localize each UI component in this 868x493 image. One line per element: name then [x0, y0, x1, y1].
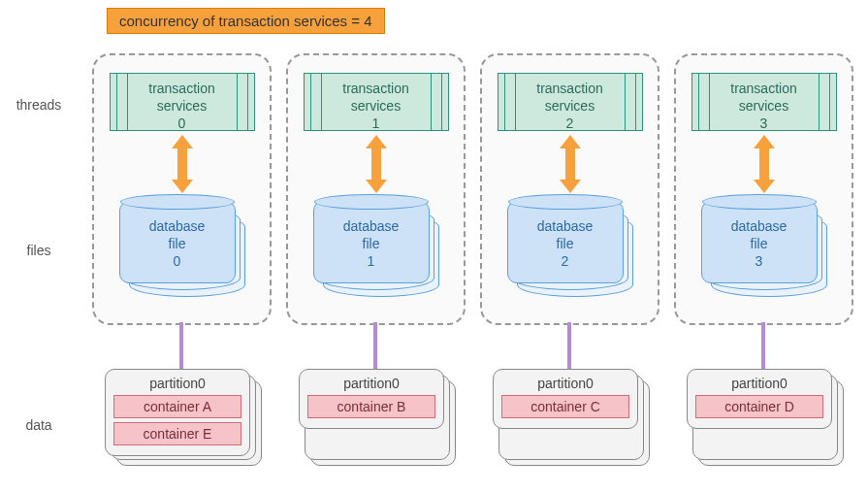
service-name: transaction services: [305, 80, 448, 115]
link-line-0: [179, 322, 183, 371]
service-name: transaction services: [498, 80, 642, 115]
bidirectional-arrow-icon: [368, 135, 385, 193]
link-line-3: [761, 322, 765, 371]
service-id: 3: [692, 115, 836, 132]
bidirectional-arrow-icon: [174, 135, 191, 193]
bidirectional-arrow-icon: [755, 135, 773, 193]
db-name: database file: [508, 217, 623, 252]
partition-0: partition0 container A container E: [105, 369, 260, 476]
db-name: database file: [702, 217, 817, 252]
db-name: database file: [314, 217, 429, 252]
container-box: container D: [695, 395, 823, 418]
group-1: transaction services 1 database file1: [286, 53, 466, 325]
container-box: container A: [113, 395, 241, 418]
transaction-service-1: transaction services 1: [304, 73, 449, 131]
diagram-canvas: threads files data concurrency of transa…: [0, 0, 868, 493]
partition-title: partition0: [501, 376, 629, 391]
row-label-data: data: [0, 417, 78, 433]
container-box: container E: [113, 422, 241, 445]
link-line-1: [373, 322, 377, 371]
container-box: container B: [307, 395, 435, 418]
link-line-2: [567, 322, 571, 371]
database-file-1: database file1: [313, 201, 439, 298]
db-id: 2: [508, 252, 623, 270]
partition-2: partition0 container C: [493, 369, 648, 476]
service-name: transaction services: [692, 80, 836, 115]
database-file-3: database file3: [701, 201, 827, 298]
group-3: transaction services 3 database file3: [674, 53, 853, 325]
partition-title: partition0: [695, 376, 823, 391]
service-id: 0: [111, 115, 254, 132]
db-name: database file: [120, 217, 235, 252]
concurrency-badge: concurrency of transaction services = 4: [107, 8, 385, 34]
group-2: transaction services 2 database file2: [480, 53, 659, 325]
transaction-service-0: transaction services 0: [110, 73, 255, 131]
partition-1: partition0 container B: [299, 369, 454, 476]
transaction-service-2: transaction services 2: [498, 73, 643, 131]
service-id: 2: [498, 115, 642, 132]
transaction-service-3: transaction services 3: [691, 73, 837, 131]
container-box: container C: [501, 395, 629, 418]
service-id: 1: [305, 115, 448, 132]
bidirectional-arrow-icon: [562, 135, 579, 193]
partition-3: partition0 container D: [687, 369, 842, 476]
db-id: 1: [314, 252, 429, 270]
row-label-files: files: [0, 243, 78, 258]
database-file-0: database file0: [119, 201, 245, 298]
database-file-2: database file2: [507, 201, 633, 298]
service-name: transaction services: [111, 80, 254, 115]
db-id: 0: [120, 252, 235, 270]
group-0: transaction services 0 database file0: [92, 53, 272, 325]
row-label-threads: threads: [0, 97, 78, 113]
partition-title: partition0: [307, 376, 435, 391]
db-id: 3: [702, 252, 817, 270]
partition-title: partition0: [113, 376, 241, 391]
